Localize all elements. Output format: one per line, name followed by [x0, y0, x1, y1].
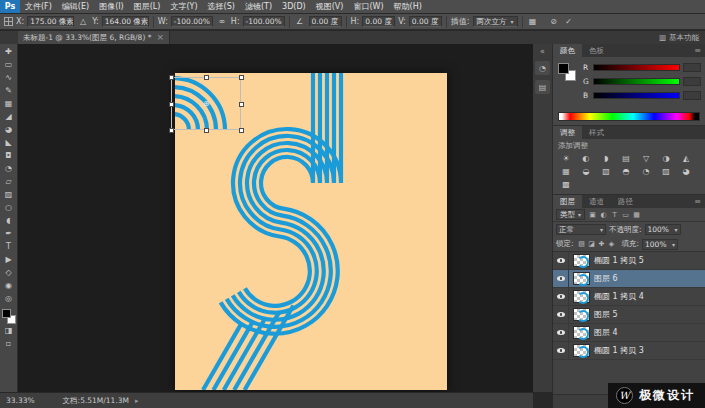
layer-thumbnail[interactable] [573, 308, 590, 321]
layer-row[interactable]: 图层 6 [553, 270, 705, 288]
channel-ramp[interactable] [593, 78, 680, 85]
menubar-item[interactable]: 视图(V) [311, 0, 349, 13]
adjustment-icon[interactable]: ◒ [576, 165, 596, 178]
rotation-input[interactable]: 0.00 度 [309, 16, 342, 27]
layer-row[interactable]: 椭圆 1 拷贝 4 [553, 288, 705, 306]
opacity-input[interactable]: 100% ▾ [645, 224, 681, 235]
channel-value-field[interactable] [683, 77, 701, 86]
expand-panels-icon[interactable]: « [540, 47, 545, 56]
transform-handle[interactable] [169, 75, 174, 80]
adjustment-icon[interactable]: ▨ [656, 165, 676, 178]
layer-thumbnail[interactable] [573, 344, 590, 357]
history-panel-icon[interactable]: ◔ [535, 61, 550, 75]
link-dimensions-icon[interactable]: ∞ [216, 16, 228, 28]
menubar-item[interactable]: 编辑(E) [57, 0, 94, 13]
cancel-transform-button[interactable]: ⊘ [548, 16, 560, 28]
tab-close-icon[interactable]: × [156, 33, 164, 42]
adjustment-icon[interactable]: ◔ [636, 165, 656, 178]
gradient-tool[interactable]: ▨ [1, 188, 17, 201]
layer-row[interactable]: 图层 5 [553, 306, 705, 324]
hand-tool[interactable]: ◉ [1, 279, 17, 292]
width-input[interactable]: -100.00% [171, 16, 213, 27]
menubar-item[interactable]: 图层(L) [129, 0, 166, 13]
layer-thumbnail[interactable] [573, 254, 590, 267]
menubar-item[interactable]: 图像(I) [94, 0, 129, 13]
menubar-item[interactable]: 文件(F) [20, 0, 57, 13]
spot-healing-brush-tool[interactable]: ◕ [1, 123, 17, 136]
adjustment-icon[interactable]: ▦ [556, 165, 576, 178]
transform-handle[interactable] [204, 75, 209, 80]
adjustment-icon[interactable]: ▤ [616, 152, 636, 165]
tab-styles[interactable]: 样式 [582, 126, 611, 139]
lock-position-icon[interactable]: ✚ [597, 239, 607, 250]
transform-handle[interactable] [239, 128, 244, 133]
channel-ramp[interactable] [593, 64, 680, 71]
tab-channels[interactable]: 通道 [582, 195, 611, 208]
layer-visibility-toggle[interactable] [553, 342, 569, 360]
transform-handle[interactable] [169, 102, 174, 107]
layer-visibility-toggle[interactable] [553, 288, 569, 306]
type-tool[interactable]: T [1, 240, 17, 253]
screen-mode-icon[interactable]: ▫ [1, 337, 17, 350]
panel-menu-icon[interactable]: ≡ [694, 195, 705, 208]
menubar-item[interactable]: 3D(D) [277, 0, 311, 13]
path-selection-tool[interactable]: ▶ [1, 253, 17, 266]
vskew-input[interactable]: 0.00 度 [409, 16, 442, 27]
clone-stamp-tool[interactable]: ◘ [1, 149, 17, 162]
x-input[interactable]: 175.00 像素 [27, 16, 74, 27]
menubar-item[interactable]: 滤镜(T) [240, 0, 277, 13]
adjustment-icon[interactable]: ◭ [676, 152, 696, 165]
layer-row[interactable]: 椭圆 1 拷贝 5 [553, 252, 705, 270]
reference-point-locator[interactable] [4, 17, 13, 26]
quick-selection-tool[interactable]: ✎ [1, 84, 17, 97]
adjustment-icon[interactable]: ◗ [596, 152, 616, 165]
move-tool[interactable]: ✚ [1, 45, 17, 58]
filter-shape-layers-icon[interactable]: ▭ [620, 209, 631, 220]
height-input[interactable]: -100.00% [243, 16, 285, 27]
fill-input[interactable]: 100% ▾ [642, 239, 678, 250]
transform-bounding-box[interactable]: ⊕ [171, 77, 241, 130]
transform-handle[interactable] [169, 128, 174, 133]
layer-visibility-toggle[interactable] [553, 306, 569, 324]
status-menu-icon[interactable]: ▸ [135, 397, 139, 405]
document-tab[interactable]: 未标题-1 @ 33.3%(图层 6, RGB/8) * × [18, 31, 170, 44]
eyedropper-tool[interactable]: ◢ [1, 110, 17, 123]
layer-thumbnail[interactable] [573, 326, 590, 339]
panel-menu-icon[interactable]: ≡ [694, 44, 705, 57]
layer-thumbnail[interactable] [573, 272, 590, 285]
channel-ramp[interactable] [593, 92, 680, 99]
interpolation-select[interactable]: 两次立方 ▾ [473, 16, 518, 27]
menubar-item[interactable]: 文字(Y) [165, 0, 202, 13]
adjustment-icon[interactable]: ◐ [576, 152, 596, 165]
color-spectrum-ramp[interactable] [558, 112, 700, 121]
menubar-item[interactable]: 窗口(W) [348, 0, 388, 13]
tab-layers[interactable]: 图层 [553, 195, 582, 208]
commit-transform-button[interactable]: ✓ [563, 16, 575, 28]
relative-position-toggle[interactable]: △ [77, 16, 89, 28]
layer-thumbnail[interactable] [573, 290, 590, 303]
canvas-area[interactable]: ⊕ [18, 44, 533, 392]
dodge-tool[interactable]: ◖ [1, 214, 17, 227]
adjustment-icon[interactable]: ▽ [636, 152, 656, 165]
tab-paths[interactable]: 路径 [611, 195, 640, 208]
adjustment-icon[interactable]: ◓ [616, 165, 636, 178]
rectangular-marquee-tool[interactable]: ▭ [1, 58, 17, 71]
shape-tool[interactable]: ◇ [1, 266, 17, 279]
blend-mode-select[interactable]: 正常 ▾ [556, 224, 606, 235]
zoom-level-field[interactable]: 33.33% [0, 396, 41, 405]
filter-type-layers-icon[interactable]: T [609, 209, 620, 220]
transform-reference-point[interactable]: ⊕ [203, 100, 210, 108]
menubar-item[interactable]: 选择(S) [203, 0, 240, 13]
panel-foreground-swatch[interactable] [558, 63, 569, 74]
blur-tool[interactable]: ○ [1, 201, 17, 214]
channel-value-field[interactable] [683, 63, 701, 72]
zoom-tool[interactable]: ◎ [1, 292, 17, 305]
filter-smart-objects-icon[interactable]: ▦ [631, 209, 642, 220]
foreground-color-swatch[interactable] [2, 309, 11, 318]
menubar-item[interactable]: 帮助(H) [389, 0, 427, 13]
warp-mode-toggle[interactable]: ▦ [527, 16, 539, 28]
quick-mask-icon[interactable]: ◨ [1, 324, 17, 337]
channel-value-field[interactable] [683, 91, 701, 100]
tab-swatches[interactable]: 色板 [582, 44, 611, 57]
adjustment-icon[interactable]: ▧ [596, 165, 616, 178]
